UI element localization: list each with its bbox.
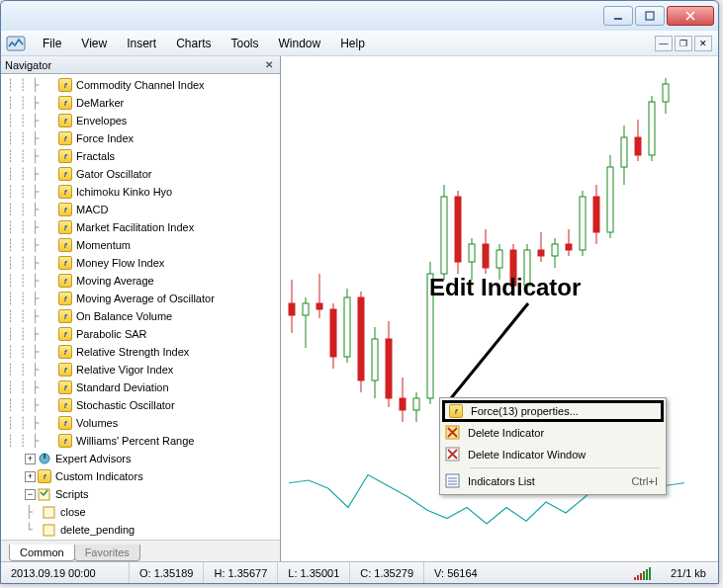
menu-help[interactable]: Help (330, 33, 375, 54)
indicator-item[interactable]: ┊ ┊ ├fMoney Flow Index (1, 254, 280, 272)
script-item[interactable]: └delete_pending (1, 521, 280, 539)
indicator-item[interactable]: ┊ ┊ ├fMoving Average of Oscillator (1, 290, 280, 307)
indicator-item[interactable]: ┊ ┊ ├fMACD (1, 201, 280, 218)
indicator-item[interactable]: ┊ ┊ ├fForce Index (1, 129, 280, 147)
indicator-item[interactable]: ┊ ┊ ├fCommodity Channel Index (1, 76, 280, 94)
indicator-item[interactable]: ┊ ┊ ├fIchimoku Kinko Hyo (1, 183, 280, 201)
indicator-icon: f (58, 167, 72, 181)
indicator-item[interactable]: ┊ ┊ ├fMoving Average (1, 272, 280, 290)
ctx-properties[interactable]: f Force(13) properties... (442, 400, 664, 422)
indicator-icon: f (58, 149, 72, 163)
app-window: File View Insert Charts Tools Window Hel… (0, 0, 719, 584)
indicator-icon: f (58, 238, 72, 252)
svg-rect-47 (538, 250, 544, 256)
svg-rect-57 (607, 167, 613, 232)
indicator-item[interactable]: ┊ ┊ ├fGator Oscillator (1, 165, 280, 183)
indicator-icon: f (58, 131, 72, 145)
indicator-item[interactable]: ┊ ┊ ├fRelative Strength Index (1, 343, 280, 361)
minimize-button[interactable] (603, 6, 633, 26)
indicator-icon: f (58, 96, 72, 110)
workspace: Navigator ✕ ┊ ┊ ├fCommodity Channel Inde… (1, 56, 718, 561)
navigator-panel: Navigator ✕ ┊ ┊ ├fCommodity Channel Inde… (1, 56, 281, 561)
tree-group[interactable]: −Scripts (1, 485, 280, 503)
svg-rect-35 (455, 197, 461, 262)
ctx-indicators-list[interactable]: Indicators List Ctrl+I (442, 470, 664, 492)
navigator-tree[interactable]: ┊ ┊ ├fCommodity Channel Index┊ ┊ ├fDeMar… (1, 74, 280, 540)
indicator-item[interactable]: ┊ ┊ ├fFractals (1, 147, 280, 165)
menu-insert[interactable]: Insert (117, 33, 166, 54)
menu-view[interactable]: View (71, 33, 117, 54)
expander-icon[interactable]: + (25, 454, 36, 464)
indicator-icon: f (58, 416, 72, 430)
menu-window[interactable]: Window (269, 33, 331, 54)
tab-common[interactable]: Common (9, 545, 75, 561)
navigator-tabs: Common Favorites (1, 540, 280, 561)
script-item[interactable]: ├close (1, 503, 280, 521)
svg-rect-65 (663, 84, 669, 102)
svg-line-66 (451, 303, 528, 398)
svg-rect-53 (580, 197, 586, 250)
group-icon (38, 487, 51, 501)
svg-rect-29 (413, 398, 419, 410)
indicator-icon: f (58, 220, 72, 234)
chart-area[interactable]: Edit Indicator f Force(13) properties...… (281, 56, 718, 561)
indicator-icon: f (58, 185, 72, 199)
ctx-delete-window[interactable]: Delete Indicator Window (442, 444, 664, 465)
indicator-item[interactable]: ┊ ┊ ├fDeMarker (1, 94, 280, 112)
svg-rect-11 (289, 303, 295, 315)
indicator-icon: f (58, 114, 72, 127)
indicator-icon: f (58, 78, 72, 92)
mdi-minimize[interactable]: — (655, 36, 673, 51)
tree-group[interactable]: +fCustom Indicators (1, 467, 280, 485)
tab-favorites[interactable]: Favorites (74, 545, 140, 561)
svg-rect-15 (316, 303, 322, 309)
indicator-item[interactable]: ┊ ┊ ├fMarket Facilitation Index (1, 218, 280, 236)
expander-icon[interactable]: + (25, 471, 36, 482)
svg-rect-49 (552, 244, 558, 256)
svg-rect-51 (566, 244, 572, 250)
menu-file[interactable]: File (33, 33, 71, 54)
close-button[interactable] (667, 6, 714, 26)
indicator-item[interactable]: ┊ ┊ ├fRelative Vigor Index (1, 361, 280, 378)
svg-rect-33 (441, 197, 447, 274)
indicator-icon: f (58, 363, 72, 377)
svg-rect-8 (44, 507, 54, 518)
svg-rect-55 (593, 197, 599, 232)
svg-rect-41 (497, 250, 502, 268)
svg-rect-39 (483, 244, 489, 268)
menu-charts[interactable]: Charts (166, 33, 221, 54)
status-open: O: 1.35189 (130, 562, 204, 583)
ctx-delete-indicator[interactable]: Delete Indicator (442, 422, 664, 444)
indicator-item[interactable]: ┊ ┊ ├fStochastic Oscillator (1, 396, 280, 414)
status-close: C: 1.35279 (350, 562, 424, 583)
menu-tools[interactable]: Tools (222, 33, 269, 54)
indicator-item[interactable]: ┊ ┊ ├fWilliams' Percent Range (1, 432, 280, 450)
indicator-item[interactable]: ┊ ┊ ├fEnvelopes (1, 112, 280, 129)
svg-rect-25 (386, 339, 392, 398)
indicator-icon: f (58, 203, 72, 216)
mdi-close[interactable]: ✕ (694, 36, 712, 51)
annotation-label: Edit Indicator (429, 274, 581, 301)
svg-rect-17 (330, 309, 336, 357)
indicator-icon: f (58, 327, 72, 341)
status-high: H: 1.35677 (204, 562, 278, 583)
indicator-item[interactable]: ┊ ┊ ├fMomentum (1, 236, 280, 254)
group-icon: f (38, 469, 51, 483)
indicator-item[interactable]: ┊ ┊ ├fVolumes (1, 414, 280, 432)
navigator-close-icon[interactable]: ✕ (262, 58, 276, 72)
indicator-icon: f (58, 434, 72, 448)
indicator-item[interactable]: ┊ ┊ ├fParabolic SAR (1, 325, 280, 343)
mdi-restore[interactable]: ❐ (675, 36, 692, 51)
indicator-item[interactable]: ┊ ┊ ├fOn Balance Volume (1, 307, 280, 325)
maximize-button[interactable] (635, 6, 665, 26)
indicator-item[interactable]: ┊ ┊ ├fStandard Deviation (1, 378, 280, 396)
titlebar (1, 1, 718, 31)
delete-window-icon (444, 446, 462, 463)
expander-icon[interactable]: − (25, 489, 36, 500)
status-kb: 21/1 kb (659, 567, 718, 579)
delete-icon (444, 424, 462, 442)
indicator-icon: f (58, 380, 72, 394)
tree-group[interactable]: +Expert Advisors (1, 450, 280, 467)
group-icon (38, 452, 51, 465)
indicator-icon: f (58, 292, 72, 305)
